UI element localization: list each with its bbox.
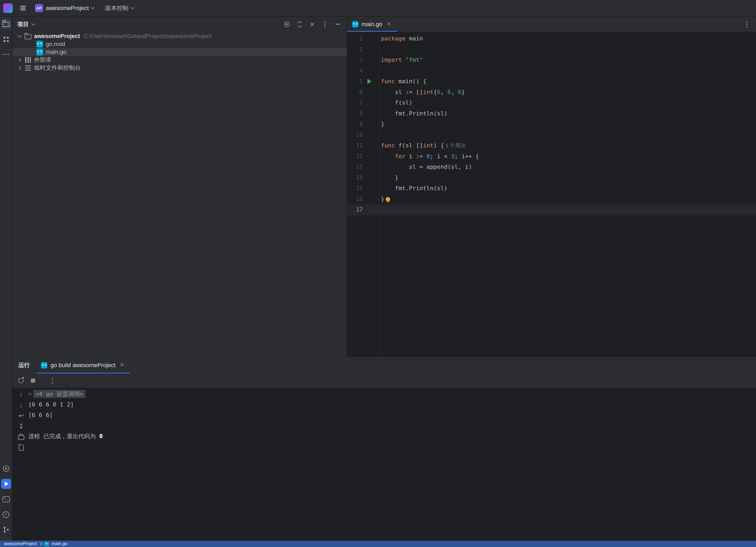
project-icon	[3, 22, 10, 27]
stop-icon	[31, 378, 35, 383]
line-number[interactable]: 16	[347, 194, 363, 205]
tree-item[interactable]: 外部库	[12, 56, 347, 64]
code-line: 14 }	[347, 173, 756, 183]
goland-logo-icon	[3, 3, 13, 13]
tree-item[interactable]: go.mod	[12, 40, 347, 48]
more-tool-windows-tool-button[interactable]	[1, 49, 11, 59]
terminal-icon	[2, 496, 10, 502]
kebab-icon	[746, 24, 748, 25]
collapse-all-icon	[310, 20, 315, 28]
line-number[interactable]: 3	[347, 55, 363, 66]
tree-item-label: go.mod	[46, 41, 65, 48]
line-number[interactable]: 2	[347, 44, 363, 55]
close-icon[interactable]	[119, 362, 126, 369]
select-opened-file-button[interactable]	[282, 20, 291, 29]
console-line: [6 6 6]	[28, 410, 756, 420]
project-panel: 项目 awesomeProjectC:\Users\meowr\GolandPr…	[12, 17, 347, 357]
code-text: fmt.Println(sl)	[379, 108, 448, 119]
code-line: 9}	[347, 119, 756, 130]
gutter-cell	[363, 98, 379, 108]
services-tool-button[interactable]	[1, 463, 11, 474]
clear-button[interactable]	[16, 443, 26, 452]
rerun-button[interactable]	[16, 376, 26, 385]
tree-item-label: awesomeProject	[34, 33, 80, 40]
stop-button[interactable]	[28, 376, 38, 385]
line-number[interactable]: 4	[347, 66, 363, 76]
go-glyph	[36, 49, 43, 55]
code-text: f(sl)	[379, 98, 412, 108]
breadcrumb-project[interactable]: awesomeProject	[4, 541, 37, 546]
run-icon	[5, 481, 8, 486]
vcs-widget[interactable]: 版本控制	[103, 3, 136, 14]
down-button[interactable]	[16, 400, 26, 410]
go-file-icon	[44, 542, 49, 546]
line-number[interactable]: 7	[347, 98, 363, 108]
problems-tool-button[interactable]	[1, 509, 11, 520]
line-number[interactable]: 1	[347, 33, 363, 44]
folder-icon	[24, 33, 32, 39]
chevron-right-icon[interactable]	[16, 67, 23, 69]
go-icon	[36, 49, 44, 55]
rerun-icon	[18, 378, 24, 383]
console-output[interactable]: ><4 go 设置调用>[6 6 6 0 1 2][6 6 6]进程 已完成，退…	[28, 389, 756, 541]
structure-tool-button[interactable]	[1, 34, 11, 44]
run-panel-title[interactable]: 运行	[12, 357, 37, 373]
line-number[interactable]: 12	[347, 151, 363, 162]
line-number[interactable]: 9	[347, 119, 363, 130]
run-gutter-icon[interactable]	[367, 79, 371, 84]
chevron-down-icon[interactable]	[31, 22, 35, 25]
close-icon[interactable]	[385, 21, 392, 28]
line-number[interactable]: 17	[347, 205, 363, 215]
gutter-cell	[363, 205, 379, 215]
code-text	[379, 205, 381, 215]
tree-item[interactable]: 临时文件和控制台	[12, 64, 347, 72]
chevron-down-icon	[131, 5, 134, 9]
select-opened-file-icon	[284, 21, 290, 27]
project-selector-label: awesomeProject	[46, 5, 89, 12]
intention-bulb-icon[interactable]	[386, 197, 390, 202]
line-number[interactable]: 10	[347, 130, 363, 141]
expand-all-button[interactable]	[295, 20, 304, 29]
project-tool-button[interactable]	[1, 19, 11, 29]
code-line: 13 sl = append(sl, i)	[347, 162, 756, 173]
editor-options-button[interactable]	[742, 20, 751, 29]
project-badge[interactable]: AP	[35, 4, 43, 12]
line-number[interactable]: 8	[347, 108, 363, 119]
version-control-tool-button[interactable]	[1, 525, 11, 535]
up-button[interactable]	[16, 390, 26, 399]
line-number[interactable]: 6	[347, 87, 363, 98]
scroll-to-end-button[interactable]	[16, 421, 26, 431]
project-panel-title[interactable]: 项目	[17, 20, 29, 28]
tree-item[interactable]: awesomeProjectC:\Users\meowr\GolandProje…	[12, 32, 347, 40]
project-selector[interactable]: awesomeProject	[43, 3, 97, 14]
line-number[interactable]: 5	[347, 76, 363, 87]
chevron-down-icon[interactable]	[16, 35, 23, 37]
soft-wrap-button[interactable]	[16, 411, 26, 420]
chevron-right-icon[interactable]	[16, 59, 23, 61]
editor-tab-main-go[interactable]: main.go	[347, 17, 397, 32]
breadcrumb-file[interactable]: main.go	[52, 541, 67, 546]
gutter-cell	[363, 162, 379, 173]
gutter-cell	[363, 119, 379, 130]
more-options-button[interactable]	[320, 20, 329, 29]
print-button[interactable]	[16, 432, 26, 442]
line-number[interactable]: 15	[347, 183, 363, 194]
folder-glyph	[25, 34, 31, 39]
main-menu-button[interactable]	[18, 3, 28, 13]
hamburger-icon	[20, 8, 26, 8]
more-options-button[interactable]	[48, 376, 57, 385]
code-text: sl := []int{6, 6, 6}	[379, 87, 465, 98]
hide-button[interactable]	[333, 20, 342, 29]
tree-item[interactable]: main.go	[12, 48, 347, 56]
line-number[interactable]: 14	[347, 173, 363, 183]
terminal-tool-button[interactable]	[1, 494, 11, 504]
run-tool-button[interactable]	[1, 479, 11, 489]
status-bar: awesomeProject main.go	[0, 541, 756, 547]
line-number[interactable]: 13	[347, 162, 363, 173]
line-number[interactable]: 11	[347, 140, 363, 151]
editor-body[interactable]: 1package main23import "fmt"45func main()…	[347, 32, 756, 357]
run-panel: 运行 go build awesomeProject ><4 go 设置调用>[…	[12, 357, 756, 541]
collapse-all-button[interactable]	[308, 20, 317, 29]
run-tab-go-build[interactable]: go build awesomeProject	[37, 357, 130, 373]
tree-item-label: main.go	[46, 49, 66, 55]
